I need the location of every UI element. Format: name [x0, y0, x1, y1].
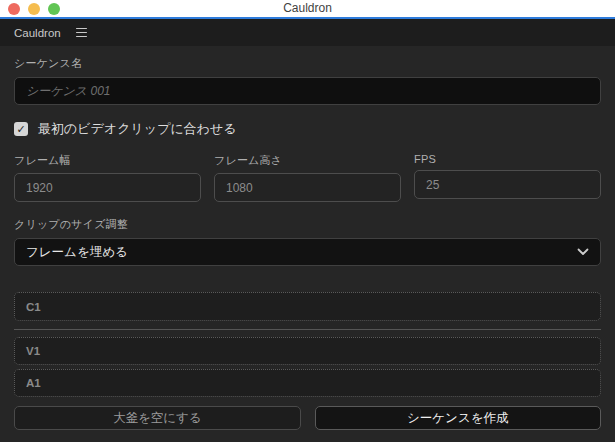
sequence-name-label: シーケンス名: [14, 56, 601, 71]
fps-field: FPS: [414, 153, 601, 202]
create-sequence-button[interactable]: シーケンスを作成: [315, 406, 602, 430]
match-first-clip-checkbox-row[interactable]: ✓ 最初のビデオクリップに合わせる: [14, 120, 601, 138]
clip-resize-selected-value: フレームを埋める: [26, 244, 128, 261]
main-content: シーケンス名 ✓ 最初のビデオクリップに合わせる フレーム幅 フレーム高さ FP…: [0, 56, 615, 430]
fps-input[interactable]: [414, 170, 601, 199]
clip-resize-label: クリップのサイズ調整: [14, 217, 601, 232]
match-first-clip-label: 最初のビデオクリップに合わせる: [38, 120, 237, 138]
track-dropzone-a1[interactable]: A1: [14, 369, 601, 397]
track-dropzone-v1[interactable]: V1: [14, 337, 601, 365]
frame-height-input[interactable]: [214, 173, 401, 202]
frame-width-field: フレーム幅: [14, 153, 201, 202]
menubar-app-label: Cauldron: [14, 27, 61, 39]
frame-height-label: フレーム高さ: [214, 153, 401, 168]
checkbox-checked-icon[interactable]: ✓: [14, 122, 28, 136]
menubar: Cauldron: [0, 19, 615, 46]
track-label: C1: [26, 301, 41, 313]
action-buttons: 大釜を空にする シーケンスを作成: [14, 406, 601, 430]
chevron-down-icon: [577, 248, 589, 256]
clip-resize-select[interactable]: フレームを埋める: [14, 238, 601, 266]
window-title: Cauldron: [0, 0, 615, 17]
titlebar: Cauldron: [0, 0, 615, 17]
track-label: V1: [26, 345, 40, 357]
sequence-name-input[interactable]: [14, 77, 601, 105]
frame-height-field: フレーム高さ: [214, 153, 401, 202]
empty-cauldron-button[interactable]: 大釜を空にする: [14, 406, 301, 430]
frame-width-input[interactable]: [14, 173, 201, 202]
fps-label: FPS: [414, 153, 601, 165]
app-window: Cauldron Cauldron シーケンス名 ✓ 最初のビデオクリップに合わ…: [0, 0, 615, 442]
track-label: A1: [26, 377, 41, 389]
track-dropzone-c1[interactable]: C1: [14, 292, 601, 321]
dimensions-grid: フレーム幅 フレーム高さ FPS: [14, 153, 601, 202]
hamburger-menu-icon[interactable]: [75, 25, 88, 41]
frame-width-label: フレーム幅: [14, 153, 201, 168]
section-divider: [14, 329, 601, 330]
